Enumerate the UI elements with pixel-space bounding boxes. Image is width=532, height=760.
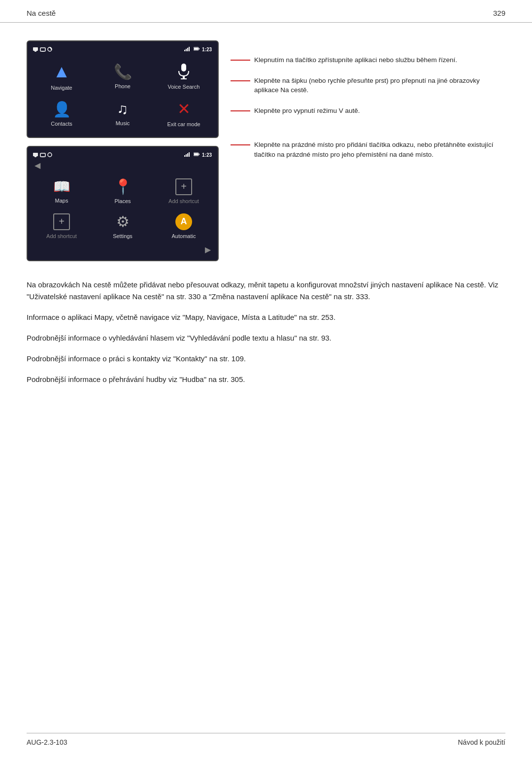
svg-rect-27 — [194, 153, 198, 155]
svg-rect-8 — [187, 48, 188, 51]
page-header: Na cestě 329 — [0, 0, 532, 23]
callout-line-4 — [231, 144, 250, 145]
header-left: Na cestě — [27, 9, 56, 17]
status-icons-1 — [33, 47, 52, 52]
maps-icon: 📖 — [53, 178, 70, 195]
arrow-right-icon[interactable]: ▶ — [205, 245, 211, 254]
msg-icon-2 — [33, 152, 38, 157]
app-automatic-label: Automatic — [172, 233, 196, 239]
screen-icon — [40, 47, 46, 52]
annotation-1: Klepnutím na tlačítko zpřístupníte aplik… — [231, 55, 505, 65]
signal-icon-2 — [184, 152, 191, 157]
paragraph-4: Podrobnější informace o práci s kontakty… — [27, 353, 505, 365]
app-automatic[interactable]: A Automatic — [154, 208, 214, 242]
app-music-label: Music — [116, 120, 130, 126]
svg-rect-19 — [42, 157, 44, 157]
contact-icon: 👤 — [53, 101, 71, 118]
time-display-1: 1:23 — [202, 47, 212, 52]
page-number: 329 — [493, 9, 505, 17]
app-settings-label: Settings — [113, 233, 133, 239]
svg-rect-13 — [181, 64, 186, 71]
exit-car-icon: ✕ — [177, 100, 191, 118]
svg-rect-22 — [186, 154, 187, 157]
status-bar-2: 1:23 — [31, 151, 215, 160]
app-add-shortcut-1-label: Add shortcut — [168, 198, 199, 204]
app-phone[interactable]: 📞 Phone — [93, 56, 153, 94]
svg-point-20 — [48, 153, 52, 157]
paragraph-1: Na obrazovkách Na cestě můžete přidávat … — [27, 279, 505, 303]
annotation-text-1: Klepnutím na tlačítko zpřístupníte aplik… — [254, 55, 457, 65]
add-icon-2: + — [53, 213, 70, 230]
app-exit-car-mode[interactable]: ✕ Exit car mode — [154, 95, 214, 130]
music-icon: ♫ — [117, 101, 129, 117]
paragraph-2: Informace o aplikaci Mapy, včetně naviga… — [27, 311, 505, 323]
app-voice-search[interactable]: Voice Search — [154, 56, 214, 94]
svg-rect-16 — [33, 153, 38, 156]
signal-icon — [184, 46, 191, 51]
status-bar-1: 1:23 — [31, 45, 215, 54]
svg-rect-23 — [187, 153, 188, 157]
app-add-shortcut-2-label: Add shortcut — [46, 233, 77, 239]
svg-rect-26 — [199, 154, 200, 155]
svg-rect-6 — [184, 50, 185, 51]
app-maps[interactable]: 📖 Maps — [32, 173, 92, 207]
svg-rect-9 — [189, 47, 190, 51]
time-2: 1:23 — [184, 152, 212, 158]
app-settings[interactable]: ⚙ Settings — [93, 208, 153, 242]
phone-screenshots: 1:23 ▲ Navigate 📞 Phone — [27, 40, 219, 263]
app-grid-1: ▲ Navigate 📞 Phone — [31, 54, 215, 132]
microphone-svg — [177, 63, 191, 79]
pin-icon: 📍 — [114, 178, 132, 195]
annotation-2: Klepněte na šipku (nebo rychle přesuňte … — [231, 76, 505, 95]
battery-icon — [194, 46, 200, 51]
screenshot-annotations-area: 1:23 ▲ Navigate 📞 Phone — [27, 40, 505, 263]
phone-icon: 📞 — [114, 63, 132, 80]
svg-rect-18 — [40, 153, 45, 157]
nav-arrows-bottom: ▶ — [31, 244, 215, 255]
rotate-icon — [47, 47, 52, 52]
app-add-shortcut-1[interactable]: + Add shortcut — [154, 173, 214, 207]
footer-left: AUG-2.3-103 — [27, 738, 67, 746]
battery-icon-2 — [194, 152, 200, 157]
app-navigate[interactable]: ▲ Navigate — [32, 56, 92, 94]
annotation-3: Klepněte pro vypnutí režimu V autě. — [231, 106, 505, 116]
paragraph-3: Podrobnější informace o vyhledávání hlas… — [27, 332, 505, 344]
annotations-column: Klepnutím na tlačítko zpřístupníte aplik… — [219, 40, 505, 159]
app-exit-car-label: Exit car mode — [167, 121, 200, 127]
mic-icon — [177, 63, 191, 81]
callout-line-1 — [231, 60, 250, 61]
add-icon-1: + — [175, 178, 192, 195]
phone-screen-1: 1:23 ▲ Navigate 📞 Phone — [27, 40, 219, 138]
navigate-icon: ▲ — [53, 61, 70, 82]
app-places[interactable]: 📍 Places — [93, 173, 153, 207]
auto-a-icon: A — [175, 213, 192, 230]
phone-screen-2: 1:23 ◀ 📖 Maps 📍 — [27, 146, 219, 261]
app-contacts-label: Contacts — [51, 121, 72, 127]
app-music[interactable]: ♫ Music — [93, 95, 153, 130]
time-1: 1:23 — [184, 46, 212, 52]
app-places-label: Places — [114, 198, 131, 204]
app-maps-label: Maps — [55, 198, 68, 204]
annotation-text-2: Klepněte na šipku (nebo rychle přesuňte … — [254, 76, 505, 95]
arrow-left-icon[interactable]: ◀ — [34, 161, 40, 170]
paragraph-5: Podrobnější informace o přehrávání hudby… — [27, 374, 505, 385]
status-icons-2 — [33, 152, 52, 157]
svg-rect-15 — [181, 78, 187, 79]
svg-rect-7 — [186, 49, 187, 51]
svg-rect-12 — [194, 48, 198, 50]
time-display-2: 1:23 — [202, 152, 212, 158]
svg-marker-1 — [34, 51, 37, 52]
callout-line-2 — [231, 80, 250, 81]
svg-rect-11 — [199, 48, 200, 50]
msg-icon — [33, 47, 38, 52]
svg-rect-3 — [42, 51, 44, 52]
app-phone-label: Phone — [115, 83, 131, 89]
footer-right: Návod k použití — [458, 738, 506, 746]
annotation-text-4: Klepněte na prázdné místo pro přidání tl… — [254, 140, 505, 159]
rotate-icon-2 — [47, 152, 52, 157]
app-add-shortcut-2[interactable]: + Add shortcut — [32, 208, 92, 242]
svg-rect-21 — [184, 155, 185, 157]
svg-rect-2 — [40, 48, 45, 51]
app-contacts[interactable]: 👤 Contacts — [32, 95, 92, 130]
app-grid-2: 📖 Maps 📍 Places + Add shortcut — [31, 171, 215, 244]
